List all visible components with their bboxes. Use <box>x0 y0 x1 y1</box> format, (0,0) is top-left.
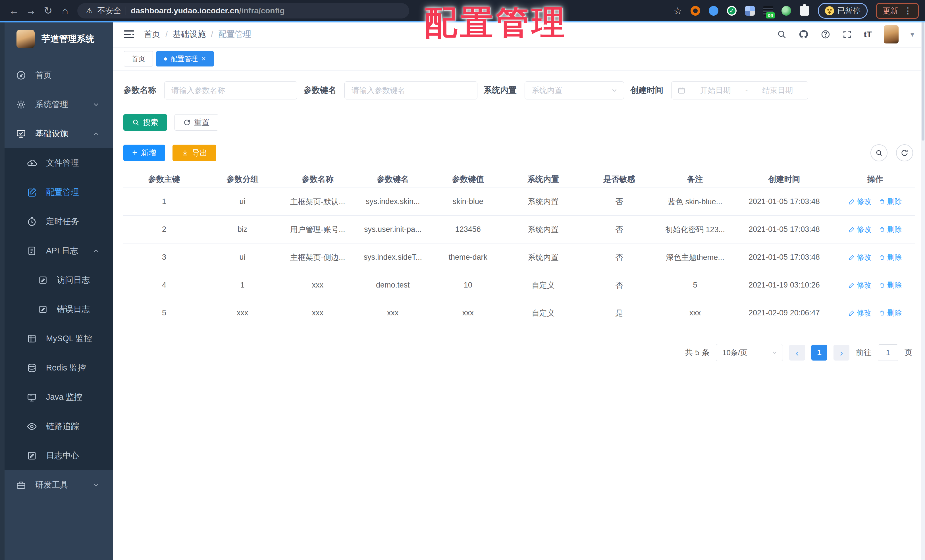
forward-icon[interactable]: → <box>23 3 39 18</box>
address-bar[interactable]: ⚠ 不安全 dashboard.yudao.iocoder.cn/infra/c… <box>77 3 409 18</box>
extension-icon[interactable] <box>763 6 773 16</box>
delete-link[interactable]: 删除 <box>879 308 902 318</box>
add-button[interactable]: + 新增 <box>124 145 165 161</box>
extension-icon[interactable] <box>709 6 719 16</box>
sidebar-item-tracing[interactable]: 链路追踪 <box>0 412 113 441</box>
sidebar-item-java-monitor[interactable]: Java 监控 <box>0 382 113 412</box>
tab-home[interactable]: 首页 <box>124 51 153 66</box>
column-header: 参数主键 <box>124 171 205 188</box>
sidebar-item-infrastructure[interactable]: 基础设施 <box>0 119 113 148</box>
cell-remark: 初始化密码 123... <box>658 216 733 244</box>
reset-button[interactable]: 重置 <box>175 114 218 131</box>
cell-sensitive: 否 <box>581 188 658 216</box>
sidebar-item-scheduled-jobs[interactable]: 定时任务 <box>0 207 113 236</box>
edit-link[interactable]: 修改 <box>848 197 872 206</box>
bookmark-star-icon[interactable]: ☆ <box>673 5 682 17</box>
close-icon[interactable]: ✕ <box>201 56 206 62</box>
calendar-icon <box>677 86 686 95</box>
kebab-menu-icon[interactable]: ⋮ <box>904 6 912 16</box>
cell-key: demo.test <box>355 271 431 299</box>
prev-page-button[interactable]: ‹ <box>789 345 805 361</box>
cloud-upload-icon <box>27 158 37 168</box>
next-page-button[interactable]: › <box>833 345 850 361</box>
emoji-avatar-icon <box>825 6 834 15</box>
sidebar-item-log-center[interactable]: 日志中心 <box>0 441 113 470</box>
reload-icon[interactable]: ↻ <box>40 3 56 18</box>
cell-value: skin-blue <box>431 188 506 216</box>
date-range-picker[interactable]: 开始日期 - 结束日期 <box>671 81 808 99</box>
delete-link[interactable]: 删除 <box>879 280 902 290</box>
sidebar-item-config-management[interactable]: 配置管理 <box>0 178 113 207</box>
refresh-icon[interactable] <box>896 145 913 161</box>
caret-down-icon[interactable]: ▾ <box>910 30 914 39</box>
chevron-up-icon <box>92 130 100 138</box>
sidebar-item-home[interactable]: 首页 <box>0 60 113 90</box>
extension-icon[interactable] <box>782 6 791 16</box>
user-avatar[interactable] <box>884 25 899 44</box>
sidebar-item-label: 基础设施 <box>35 128 68 140</box>
sidebar-item-system[interactable]: 系统管理 <box>0 90 113 119</box>
cell-name: xxx <box>280 271 355 299</box>
param-name-input[interactable] <box>164 81 297 99</box>
url-path: /infra/config <box>239 6 285 15</box>
edit-link[interactable]: 修改 <box>848 308 872 318</box>
export-button[interactable]: 导出 <box>172 145 216 161</box>
breadcrumb-home[interactable]: 首页 <box>144 29 160 40</box>
cell-group: ui <box>205 244 280 271</box>
page-number-current[interactable]: 1 <box>811 345 827 361</box>
collapse-menu-icon[interactable] <box>124 30 134 38</box>
builtin-select-placeholder: 系统内置 <box>532 85 562 95</box>
scrollbar-thumb[interactable] <box>922 21 924 141</box>
font-size-icon[interactable]: tT <box>864 30 872 39</box>
chrome-update-button[interactable]: 更新 ⋮ <box>876 3 919 19</box>
search-icon[interactable] <box>777 30 786 39</box>
help-icon[interactable] <box>821 30 830 39</box>
extension-icon[interactable] <box>690 6 700 16</box>
cell-created: 2021-01-05 17:03:48 <box>733 244 836 271</box>
edit-link[interactable]: 修改 <box>848 280 872 290</box>
cell-id: 3 <box>124 244 205 271</box>
breadcrumb-infrastructure[interactable]: 基础设施 <box>173 29 206 40</box>
cell-key: xxx <box>355 299 431 327</box>
app-logo[interactable]: 芋道管理系统 <box>0 21 113 53</box>
delete-link[interactable]: 删除 <box>879 252 902 262</box>
sidebar-item-redis-monitor[interactable]: Redis 监控 <box>0 353 113 382</box>
sidebar-item-mysql-monitor[interactable]: MySQL 监控 <box>0 324 113 353</box>
sidebar-item-api-logs[interactable]: API 日志 <box>0 236 113 265</box>
table-row: 3 ui 主框架页-侧边... sys.index.sideT... theme… <box>124 244 915 271</box>
search-button[interactable]: 搜索 <box>124 114 167 131</box>
extensions-puzzle-icon[interactable] <box>800 6 809 16</box>
profile-paused-button[interactable]: 已暂停 <box>818 3 868 19</box>
sidebar-item-dev-tools[interactable]: 研发工具 <box>0 470 113 500</box>
edit-link[interactable]: 修改 <box>848 224 872 235</box>
home-icon[interactable]: ⌂ <box>57 3 73 18</box>
hide-search-icon[interactable] <box>871 145 887 161</box>
created-time-label: 创建时间 <box>630 85 663 96</box>
edit-link[interactable]: 修改 <box>848 252 872 262</box>
param-key-input[interactable] <box>344 81 478 99</box>
cell-builtin: 系统内置 <box>506 188 581 216</box>
fullscreen-icon[interactable] <box>842 30 852 39</box>
cell-remark: 深色主题theme... <box>658 244 733 271</box>
sidebar-item-file-management[interactable]: 文件管理 <box>0 148 113 178</box>
extension-icon[interactable] <box>745 6 755 16</box>
sidebar-item-label: 研发工具 <box>35 479 68 491</box>
sidebar-item-access-logs[interactable]: 访问日志 <box>0 265 113 295</box>
back-icon[interactable]: ← <box>6 3 22 18</box>
github-icon[interactable] <box>798 29 809 39</box>
cell-key: sys.index.skin... <box>355 188 431 216</box>
sidebar-item-label: 系统管理 <box>35 99 68 110</box>
extension-icon[interactable] <box>727 6 737 16</box>
builtin-select[interactable]: 系统内置 <box>524 81 624 99</box>
delete-link[interactable]: 删除 <box>879 197 902 206</box>
cell-value: theme-dark <box>431 244 506 271</box>
delete-link[interactable]: 删除 <box>879 224 902 235</box>
cell-builtin: 自定义 <box>506 299 581 327</box>
sidebar-item-label: MySQL 监控 <box>46 333 92 344</box>
scrollbar[interactable] <box>921 21 925 560</box>
cell-value: 10 <box>431 271 506 299</box>
goto-page-input[interactable] <box>878 344 898 361</box>
sidebar-item-error-logs[interactable]: 错误日志 <box>0 295 113 324</box>
tab-config-management[interactable]: 配置管理 ✕ <box>156 51 214 66</box>
page-size-select[interactable]: 10条/页 <box>716 344 783 361</box>
